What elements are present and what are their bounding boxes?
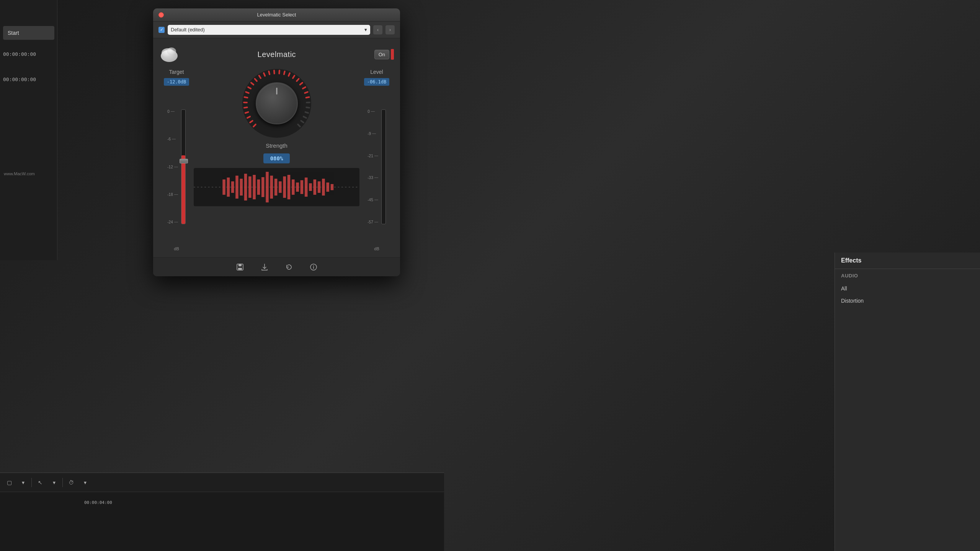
waveform-svg xyxy=(194,168,359,206)
svg-line-21 xyxy=(293,76,294,78)
background xyxy=(0,0,980,551)
svg-rect-40 xyxy=(248,176,252,198)
target-fader-container: 0 -6 -12 -18 xyxy=(159,89,194,245)
svg-point-2 xyxy=(167,47,176,55)
svg-line-11 xyxy=(248,87,251,89)
svg-line-7 xyxy=(244,108,247,108)
preset-dropdown[interactable]: Default (edited) ▾ xyxy=(168,25,370,35)
strength-knob[interactable] xyxy=(256,82,298,124)
svg-rect-44 xyxy=(266,172,269,202)
clock-dropdown[interactable]: ▾ xyxy=(80,477,90,488)
level-column: Level -06.1dB 0 -9 -21 xyxy=(359,69,394,251)
info-icon[interactable] xyxy=(307,261,320,273)
svg-rect-35 xyxy=(227,178,230,197)
scale-mark-24: -24 xyxy=(167,220,178,224)
svg-rect-57 xyxy=(322,179,325,196)
svg-line-16 xyxy=(269,72,270,75)
knob-indicator xyxy=(276,88,277,95)
svg-rect-45 xyxy=(270,176,273,199)
effects-panel-header: Effects xyxy=(835,253,980,269)
svg-rect-38 xyxy=(240,179,243,196)
start-button[interactable]: Start xyxy=(3,26,54,40)
preset-checkbox[interactable]: ✓ xyxy=(158,27,165,33)
target-label: Target xyxy=(169,69,184,75)
svg-line-6 xyxy=(245,112,248,113)
level-scale-0: 0 xyxy=(368,109,378,114)
svg-rect-52 xyxy=(301,180,304,194)
level-db-label: dB xyxy=(374,246,379,251)
svg-rect-49 xyxy=(287,175,291,199)
scale-mark-18: -18 xyxy=(167,192,178,197)
level-value-badge[interactable]: -06.1dB xyxy=(364,78,390,86)
level-scale-45: -45 xyxy=(368,198,378,202)
toolbar-separator-1 xyxy=(31,478,32,487)
controls-area: Target -12.0dB 0 -6 -12 xyxy=(159,69,394,251)
target-db-label: dB xyxy=(174,246,179,251)
square-icon[interactable]: ▢ xyxy=(4,477,15,488)
svg-line-29 xyxy=(305,112,308,113)
bottom-icons-bar xyxy=(153,257,400,276)
start-label: Start xyxy=(8,30,19,36)
effects-item-all[interactable]: All xyxy=(835,282,980,295)
target-fader-handle[interactable] xyxy=(180,159,188,163)
level-fader-container: 0 -9 -21 -33 xyxy=(359,89,394,245)
svg-line-20 xyxy=(288,73,289,76)
svg-rect-47 xyxy=(279,181,282,193)
level-scale: 0 -9 -21 -33 xyxy=(368,109,379,224)
plugin-window-title: Levelmatic Select xyxy=(257,12,296,18)
svg-line-15 xyxy=(264,73,265,76)
target-column: Target -12.0dB 0 -6 -12 xyxy=(159,69,194,251)
svg-rect-36 xyxy=(231,181,234,193)
save-icon[interactable] xyxy=(234,261,246,273)
timecode-display-1: 00:00:00:00 xyxy=(3,51,36,57)
power-indicator xyxy=(391,49,394,60)
on-button-group: On xyxy=(374,49,394,60)
preset-prev-button[interactable]: ‹ xyxy=(373,25,382,34)
svg-rect-56 xyxy=(318,181,321,193)
waveform-display xyxy=(194,168,359,206)
level-fader-track xyxy=(381,109,386,224)
download-icon[interactable] xyxy=(258,261,271,273)
svg-rect-61 xyxy=(238,264,242,266)
strength-value-badge[interactable]: 080% xyxy=(263,153,290,163)
svg-line-19 xyxy=(284,72,284,75)
strength-knob-container[interactable]: // This will be rendered as static SVG xyxy=(242,69,311,138)
level-scale-21: -21 xyxy=(368,154,378,158)
cursor-icon[interactable]: ↖ xyxy=(35,477,46,488)
svg-line-18 xyxy=(279,70,279,73)
plugin-header: Levelmatic On xyxy=(159,44,394,64)
svg-line-3 xyxy=(253,124,256,127)
reset-icon[interactable] xyxy=(283,261,295,273)
level-scale-9: -9 xyxy=(368,132,378,136)
watermark: www.MacW.com xyxy=(4,171,35,176)
svg-line-9 xyxy=(244,97,247,98)
target-value-badge[interactable]: -12.0dB xyxy=(164,78,189,86)
plugin-logo-icon xyxy=(159,44,179,64)
svg-line-22 xyxy=(297,79,299,81)
preset-next-button[interactable]: › xyxy=(385,25,395,34)
svg-line-12 xyxy=(251,83,253,85)
dropdown-arrow[interactable]: ▾ xyxy=(18,477,28,488)
strength-label: Strength xyxy=(266,142,287,149)
svg-line-25 xyxy=(305,92,308,93)
timeline-area: 00:00:04:00 xyxy=(0,492,444,551)
clock-icon[interactable]: ⏱ xyxy=(66,477,77,488)
cursor-dropdown[interactable]: ▾ xyxy=(49,477,59,488)
svg-rect-51 xyxy=(296,183,299,192)
svg-line-14 xyxy=(259,76,260,78)
level-scale-57: -57 xyxy=(368,220,378,224)
effects-item-distortion[interactable]: Distortion xyxy=(835,295,980,307)
svg-rect-62 xyxy=(238,268,242,270)
target-fader-track[interactable] xyxy=(181,109,186,224)
svg-line-28 xyxy=(306,108,309,108)
level-scale-33: -33 xyxy=(368,176,378,180)
svg-line-4 xyxy=(250,121,252,123)
svg-rect-50 xyxy=(292,179,295,195)
svg-rect-59 xyxy=(331,184,334,190)
svg-rect-34 xyxy=(222,179,225,195)
close-button[interactable] xyxy=(158,12,164,18)
svg-rect-42 xyxy=(257,179,260,195)
level-label: Level xyxy=(370,69,383,75)
on-button[interactable]: On xyxy=(374,50,389,59)
svg-line-10 xyxy=(246,92,249,93)
